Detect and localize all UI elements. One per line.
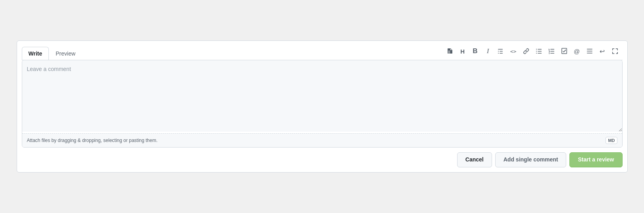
cancel-button[interactable]: Cancel	[457, 152, 492, 167]
task-list-icon[interactable]	[558, 46, 570, 57]
button-row: Cancel Add single comment Start a review	[22, 152, 623, 167]
heading-icon[interactable]: H	[457, 46, 469, 57]
code-icon[interactable]: <>	[508, 46, 519, 57]
ordered-list-icon[interactable]	[546, 46, 557, 57]
italic-icon[interactable]: I	[482, 46, 494, 57]
link-icon[interactable]	[520, 46, 532, 57]
attach-text: Attach files by dragging & dropping, sel…	[27, 138, 158, 143]
comment-textarea[interactable]	[22, 60, 622, 132]
add-single-comment-button[interactable]: Add single comment	[495, 152, 567, 167]
fullscreen-icon[interactable]	[609, 46, 621, 57]
bold-icon[interactable]: B	[469, 46, 481, 57]
undo-icon[interactable]: ↩	[596, 46, 608, 57]
editor-container: Write Preview H B I <>	[17, 40, 628, 173]
tab-preview[interactable]: Preview	[49, 47, 82, 60]
mention-icon[interactable]: @	[571, 46, 583, 57]
attach-bar: Attach files by dragging & dropping, sel…	[22, 133, 622, 147]
add-file-icon[interactable]	[444, 46, 456, 57]
markdown-badge: MD	[606, 137, 617, 144]
tab-write[interactable]: Write	[22, 47, 49, 60]
start-review-button[interactable]: Start a review	[569, 152, 622, 167]
tabs-toolbar: Write Preview H B I <>	[22, 46, 623, 60]
unordered-list-icon[interactable]	[533, 46, 545, 57]
reference-icon[interactable]	[584, 46, 596, 57]
quote-icon[interactable]	[495, 46, 507, 57]
toolbar-icons: H B I <>	[444, 46, 623, 60]
text-area-wrapper: Attach files by dragging & dropping, sel…	[22, 60, 623, 148]
